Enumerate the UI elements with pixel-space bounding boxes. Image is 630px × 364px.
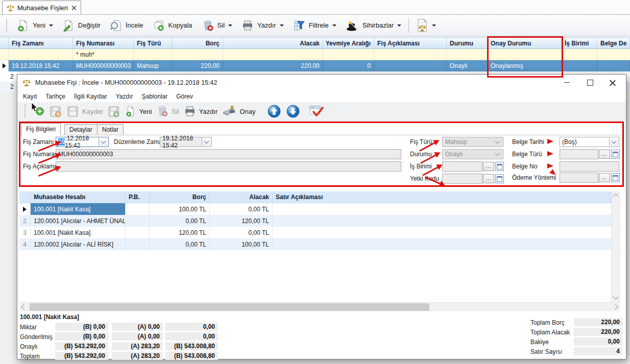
wizards-dropdown-icon[interactable] [397, 25, 401, 27]
col-fis-zamani[interactable]: Fiş Zamanı [9, 37, 73, 49]
cell-fis-aciklamasi[interactable] [374, 60, 447, 71]
cell-borc[interactable]: 0,00 TL [150, 238, 210, 250]
col-detail-alacak[interactable]: Alacak [210, 191, 273, 203]
col-borc[interactable]: Borç [172, 37, 223, 49]
odeme-browse-button[interactable]: ... [599, 173, 610, 182]
belge-tarihi-select[interactable]: (Boş) [560, 137, 619, 147]
scroll-right-icon[interactable] [612, 304, 618, 309]
filter-alacak[interactable] [223, 49, 323, 60]
is-birimi-detail-button[interactable] [495, 162, 504, 171]
tab-detaylar[interactable]: Detaylar [64, 124, 98, 135]
filter-belge[interactable] [597, 49, 630, 60]
cell-pb[interactable] [126, 215, 150, 227]
copy-button[interactable]: Kopyala [148, 17, 197, 34]
filter-fis-aciklamasi[interactable] [374, 49, 447, 60]
tab-muhasebe-fisleri[interactable]: Muhasebe Fişleri [2, 1, 81, 14]
menu-yazdir[interactable]: Yazdır [116, 93, 133, 100]
cell-hesap[interactable]: 100.001 [Nakit Kasa] [31, 227, 126, 238]
cell-satir[interactable] [273, 215, 611, 227]
col-fis-aciklamasi[interactable]: Fiş Açıklaması [374, 37, 447, 49]
wizards-button[interactable]: Sihirbazlar [341, 17, 406, 34]
cell-satir[interactable] [273, 227, 611, 238]
tab-close-icon[interactable] [71, 5, 77, 11]
navigate-down-button[interactable] [286, 104, 300, 118]
odeme-detail-button[interactable] [611, 173, 620, 182]
chevron-down-icon[interactable] [99, 138, 108, 146]
tab-fis-bilgileri[interactable]: Fiş Bilgileri [21, 123, 61, 135]
cell-hesap[interactable]: 100.001 [Nakit Kasa] [31, 203, 126, 215]
menu-sablonlar[interactable]: Şablonlar [142, 93, 168, 100]
cell-durumu[interactable]: Onaylı [447, 60, 488, 71]
fis-numarasi-input[interactable]: MUH000000000003 [56, 149, 401, 159]
delete-button[interactable]: Sil [197, 17, 237, 34]
cell-borc[interactable]: 100,00 TL [150, 203, 210, 215]
detail-row[interactable]: 3 100.001 [Nakit Kasa] 120,00 TL 0,00 TL [19, 227, 611, 238]
chevron-down-icon[interactable] [202, 138, 211, 146]
navigate-up-button[interactable] [267, 104, 281, 118]
filter-button[interactable]: Filtrele [288, 17, 341, 34]
cell-hesap[interactable]: 120.0002 [Alıcılar - ALİ RİSK] [31, 238, 126, 250]
scrollbar-thumb[interactable] [30, 303, 429, 311]
chevron-down-icon[interactable] [609, 138, 618, 146]
detail-row[interactable]: 2 120.0001 [Alıcılar - AHMET ÜNAL TİCARİ… [19, 215, 611, 227]
detail-row[interactable]: 4 120.0002 [Alıcılar - ALİ RİSK] 0,00 TL… [19, 238, 611, 250]
col-pb[interactable]: P.B. [126, 191, 150, 203]
menu-ilgili-kayitlar[interactable]: İlgili Kayıtlar [74, 93, 107, 100]
cell-alacak[interactable]: 100,00 TL [210, 238, 273, 250]
filter-yevmiye[interactable] [323, 49, 374, 60]
col-is-birimi[interactable]: İş Birimi [562, 37, 597, 49]
approve-button[interactable]: Onay [222, 105, 255, 117]
cell-hesap[interactable]: 120.0001 [Alıcılar - AHMET ÜNAL TİCARİ] [31, 215, 126, 227]
cell-fis-numarasi[interactable]: MUH000000000003 [73, 60, 134, 71]
col-muhasebe-hesabi[interactable]: Muhasebe Hesabı [31, 191, 126, 203]
scroll-down-icon[interactable] [613, 294, 618, 299]
col-satir-aciklamasi[interactable]: Satır Açıklaması [273, 191, 611, 203]
belge-turu-input[interactable] [560, 149, 598, 159]
new-button[interactable]: Yeni [12, 17, 58, 34]
filter-durumu[interactable] [447, 49, 488, 60]
cell-satir[interactable] [273, 238, 611, 250]
cell-fis-turu[interactable]: Mahsup [134, 60, 172, 71]
cell-alacak[interactable]: 120,00 TL [210, 215, 273, 227]
cell-pb[interactable] [126, 227, 150, 238]
filter-fis-numarasi[interactable]: * muh* [73, 49, 134, 60]
cell-borc[interactable]: 0,00 TL [150, 215, 210, 227]
belge-no-input[interactable] [560, 161, 619, 172]
duzenleme-zamani-input[interactable]: 19.12.2018 15:42 [160, 137, 212, 147]
odeme-yontemi-input[interactable] [560, 173, 598, 183]
scroll-up-icon[interactable] [613, 193, 618, 199]
filter-fis-turu[interactable] [134, 49, 172, 60]
yetki-kodu-detail-button[interactable] [495, 174, 504, 183]
col-fis-turu[interactable]: Fiş Türü [134, 37, 172, 49]
menu-gorev[interactable]: Görev [176, 93, 193, 100]
accounting-doc-dropdown-icon[interactable] [432, 25, 436, 27]
is-birimi-browse-button[interactable]: ... [483, 162, 494, 171]
detail-row[interactable]: 100.001 [Nakit Kasa] 100,00 TL 0,00 TL [19, 203, 611, 215]
view-button[interactable]: İncele [105, 17, 148, 34]
col-yevmiye-araligi[interactable]: Yevmiye Aralığı [323, 37, 374, 49]
is-birimi-input[interactable] [442, 161, 482, 172]
belge-turu-browse-button[interactable]: ... [599, 150, 610, 159]
cell-is-birimi[interactable] [562, 60, 597, 71]
col-alacak[interactable]: Alacak [223, 37, 323, 49]
menu-tarihce[interactable]: Tarihçe [45, 93, 65, 100]
belge-turu-detail-button[interactable] [611, 150, 620, 159]
col-belge-detayi[interactable]: Belge De [597, 37, 630, 49]
cell-yevmiye[interactable]: 0 [323, 60, 374, 71]
cell-alacak[interactable]: 0,00 TL [210, 203, 273, 215]
print-button[interactable]: Yazdır [237, 17, 288, 34]
col-fis-numarasi[interactable]: Fiş Numarası [73, 37, 134, 49]
delete-dropdown-icon[interactable] [228, 25, 232, 27]
dialog-new-button[interactable]: Yeni [125, 105, 152, 117]
col-detail-borc[interactable]: Borç [150, 191, 210, 203]
fis-zamani-input[interactable]: 19.12.2018 15:42 [56, 137, 109, 147]
filter-dropdown-icon[interactable] [332, 25, 336, 27]
horizontal-scrollbar[interactable] [19, 302, 620, 311]
cell-alacak[interactable]: 220,00 [223, 60, 323, 71]
cell-pb[interactable] [126, 203, 150, 215]
new-dropdown-icon[interactable] [49, 25, 53, 27]
cell-alacak[interactable]: 0,00 TL [210, 227, 273, 238]
col-durumu[interactable]: Durumu [447, 37, 488, 49]
filter-fis-zamani[interactable] [9, 49, 73, 60]
menu-kayit[interactable]: Kayıt [23, 93, 37, 100]
